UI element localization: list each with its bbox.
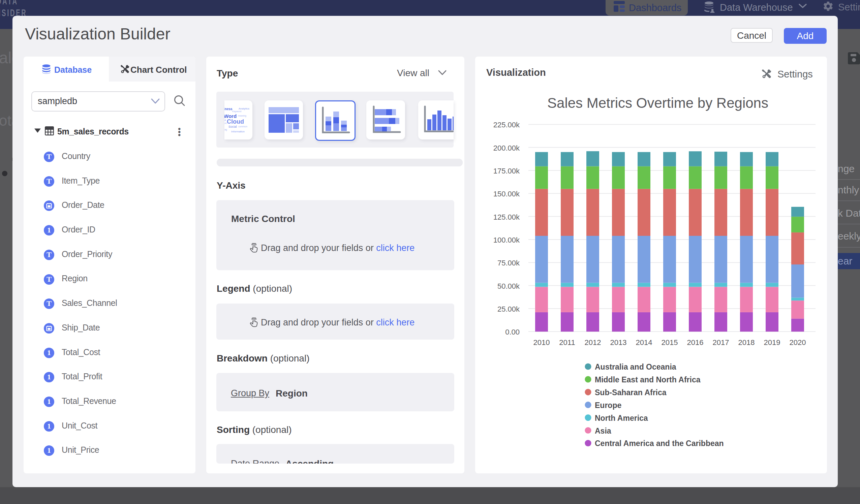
svg-text:Sub-Saharan Africa: Sub-Saharan Africa	[595, 388, 666, 397]
svg-text:75.00k: 75.00k	[497, 259, 520, 267]
svg-text:2011: 2011	[559, 338, 575, 347]
svg-text:2010: 2010	[533, 338, 550, 347]
svg-text:2012: 2012	[585, 338, 601, 347]
svg-text:2015: 2015	[661, 338, 678, 347]
svg-text:225.00k: 225.00k	[493, 120, 520, 129]
svg-text:Sales Metrics Overtime by Regi: Sales Metrics Overtime by Regions	[547, 95, 768, 111]
svg-text:2013: 2013	[610, 338, 627, 347]
svg-text:Middle East and North Africa: Middle East and North Africa	[595, 375, 701, 384]
svg-text:0.00: 0.00	[505, 328, 520, 336]
svg-text:2017: 2017	[713, 338, 729, 347]
svg-text:150.00k: 150.00k	[493, 190, 520, 198]
svg-text:Asia: Asia	[595, 427, 611, 435]
svg-text:2019: 2019	[764, 338, 780, 347]
svg-text:50.00k: 50.00k	[497, 282, 520, 290]
svg-text:175.00k: 175.00k	[493, 167, 520, 175]
svg-text:100.00k: 100.00k	[493, 236, 520, 244]
svg-text:2018: 2018	[739, 338, 755, 347]
svg-text:Australia and Oceania: Australia and Oceania	[595, 362, 676, 371]
svg-text:North America: North America	[595, 414, 648, 422]
svg-text:Central America and the Caribb: Central America and the Caribbean	[595, 439, 724, 448]
svg-text:2016: 2016	[687, 338, 704, 347]
svg-text:Europe: Europe	[595, 401, 621, 410]
svg-text:200.00k: 200.00k	[493, 144, 520, 152]
svg-text:2014: 2014	[636, 338, 653, 347]
svg-text:25.00k: 25.00k	[497, 305, 520, 313]
svg-text:2020: 2020	[790, 338, 806, 347]
svg-text:125.00k: 125.00k	[493, 213, 520, 221]
